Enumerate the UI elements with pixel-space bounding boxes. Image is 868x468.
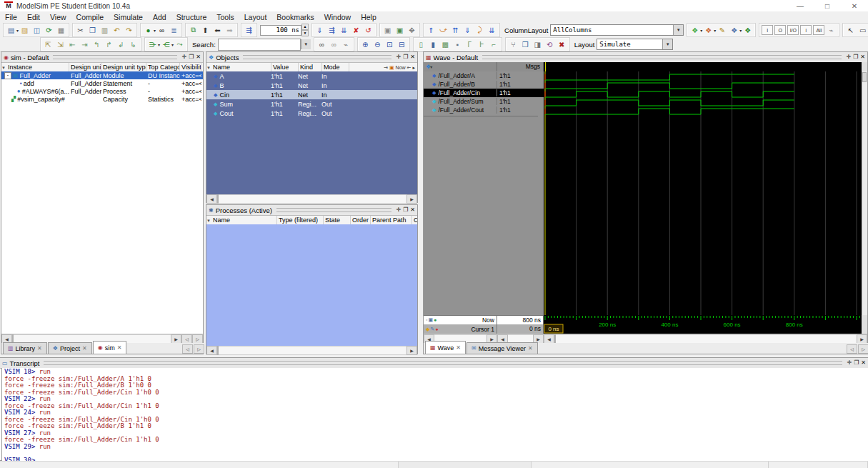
sim-tree-row[interactable]: ▞#vsim_capacity#CapacityStatistics+acc=<…	[1, 95, 203, 103]
next-edge-icon[interactable]: ⇥	[79, 39, 90, 50]
wave-panel-titlebar[interactable]: ▦ Wave - Default ✛❐✕	[424, 52, 867, 63]
zoom-full-icon[interactable]: ⊡	[384, 39, 395, 50]
processes-panel-titlebar[interactable]: ✱ Processes (Active) ✛❐✕	[206, 205, 417, 216]
tab-scroll-right-icon[interactable]: ▷	[194, 344, 204, 354]
wave-signal-row[interactable]: ◆/Full_Adder/Sum1'h1	[424, 97, 544, 106]
redo-icon[interactable]: ↷	[124, 25, 134, 36]
environment-up-icon[interactable]: ⬆	[200, 25, 211, 36]
objects-panel-titlebar[interactable]: ❖ Objects ✛❐✕	[206, 52, 417, 63]
wave-cut-icon[interactable]: ⑂	[508, 39, 519, 50]
close-panel-icon[interactable]: ✕	[860, 54, 865, 60]
menu-simulate[interactable]: Simulate	[109, 12, 148, 22]
wave-paste-icon[interactable]: ◨	[532, 39, 543, 50]
menu-add[interactable]: Add	[148, 12, 171, 22]
next-transition-icon[interactable]: ⇓	[462, 25, 473, 36]
wave-invert-icon[interactable]: ⟲	[544, 39, 555, 50]
prev-transition-icon[interactable]: ⇑	[426, 25, 437, 36]
high-edge-icon[interactable]: ↳	[128, 39, 139, 50]
apply-now-icon[interactable]: ⇥	[384, 65, 388, 71]
wave-view-icon[interactable]: ▣	[428, 317, 433, 323]
select-cursor-icon[interactable]: ↖	[845, 25, 856, 36]
tab-close-icon[interactable]: ✕	[456, 344, 461, 351]
close-panel-icon[interactable]: ✕	[861, 360, 866, 366]
tab-close-icon[interactable]: ✕	[528, 345, 533, 352]
undock-window-icon[interactable]: ❐	[403, 54, 408, 60]
insert-pulse-icon[interactable]: ⇱	[43, 39, 54, 50]
mode-block-icon[interactable]: ▮	[428, 39, 439, 50]
run-continue-icon[interactable]: ⇶	[326, 25, 337, 36]
new-file-icon[interactable]: ▤	[6, 25, 16, 36]
objects-hscrollbar[interactable]: ◀▶	[206, 194, 417, 203]
rotate-down-icon[interactable]: ⤸	[474, 25, 485, 36]
menu-edit[interactable]: Edit	[22, 12, 45, 22]
wave-options-icon[interactable]: ▫	[426, 317, 427, 323]
find-icon[interactable]: ∞	[156, 25, 167, 36]
paste-icon[interactable]: ▥	[99, 25, 110, 36]
run-length-spinner[interactable]: ▲▼	[301, 24, 309, 36]
add-wave-icon[interactable]: ❖	[689, 25, 700, 36]
rotate-up-icon[interactable]: ⤻	[438, 25, 449, 36]
delete-edge-icon[interactable]: ⇲	[55, 39, 66, 50]
undock-icon[interactable]: ▣	[394, 25, 405, 36]
tab-close-icon[interactable]: ✕	[82, 345, 87, 352]
mode-rise-icon[interactable]: Ͱ	[477, 39, 487, 50]
undock-window-icon[interactable]: ❐	[853, 54, 858, 60]
tab-close-icon[interactable]: ✕	[37, 345, 42, 352]
cut-icon[interactable]: ✂	[75, 25, 86, 36]
up-icon[interactable]: ⇈	[450, 25, 461, 36]
filter-out-button[interactable]: O	[774, 25, 786, 35]
dock-plus-icon[interactable]: ✛	[847, 360, 852, 366]
wave-copy-icon[interactable]: ❐	[520, 39, 531, 50]
add-wave-selected-icon[interactable]: ❖	[703, 25, 714, 36]
menu-file[interactable]: File	[0, 12, 22, 22]
mode-fall-icon[interactable]: ⌐	[489, 39, 499, 50]
minimize-button[interactable]: —	[787, 0, 814, 11]
run-length-input[interactable]	[260, 25, 301, 36]
transcript-titlebar[interactable]: ▭ Transcript ✛❐✕	[0, 358, 868, 369]
open-folder-icon[interactable]: ▨	[19, 25, 30, 36]
filter-wand-icon[interactable]: ⌁	[826, 25, 837, 36]
wave-hscrollbar[interactable]: ◀▶	[544, 334, 867, 344]
zoom-in-icon[interactable]: ⊕	[360, 39, 371, 50]
dock-plus-icon[interactable]: ✛	[181, 54, 186, 60]
menu-tools[interactable]: Tools	[211, 12, 239, 22]
menu-view[interactable]: View	[45, 12, 71, 22]
menu-help[interactable]: Help	[356, 12, 381, 22]
expand-net-icon[interactable]: ⋺	[147, 39, 158, 50]
dock-plus-icon[interactable]: ✛	[846, 54, 851, 60]
wave-group-header[interactable]: ❖ ▾	[424, 62, 497, 71]
filter-internal-button[interactable]: i	[800, 25, 812, 35]
object-row[interactable]: ◆Cin1'h1NetIn	[206, 90, 417, 99]
sim-panel-titlebar[interactable]: ◉ sim - Default ✛❐✕	[1, 52, 203, 63]
prev-time-icon[interactable]: ⇤	[407, 65, 411, 71]
tab-scroll-left-icon[interactable]: ◁	[847, 344, 857, 354]
rise-edge-icon[interactable]: ↱	[104, 39, 114, 50]
trace-net-icon[interactable]: ⤳	[174, 39, 185, 50]
columnlayout-combo-dropdown-icon[interactable]: ▼	[673, 25, 683, 35]
print-icon[interactable]: ▦	[56, 25, 66, 36]
find-next-icon[interactable]: ∞	[316, 39, 327, 50]
filter-in-button[interactable]: I	[762, 25, 773, 35]
close-panel-icon[interactable]: ✕	[410, 54, 415, 60]
tab-close-icon[interactable]: ✕	[117, 344, 122, 351]
prev-edge-icon[interactable]: ⇤	[67, 39, 78, 50]
pan-hand-icon[interactable]: ✥	[406, 25, 417, 36]
object-row[interactable]: ◆Cout1'h1Regi...Out	[206, 109, 417, 118]
zoom-range-icon[interactable]: ⊟	[396, 39, 407, 50]
menu-layout[interactable]: Layout	[239, 12, 272, 22]
more-columns-icon[interactable]: ▸	[412, 65, 415, 71]
sim-tree-row[interactable]: -▣Full_AdderFull_AdderModuleDU Instance+…	[1, 71, 203, 79]
maximize-button[interactable]: □	[814, 0, 841, 11]
layout-combo-dropdown-icon[interactable]: ▼	[662, 39, 672, 49]
edit-wave-icon[interactable]: ✎	[717, 25, 727, 36]
wave-vscrollbar[interactable]	[862, 71, 867, 315]
zoom-out-icon[interactable]: ⊖	[372, 39, 383, 50]
run-icon[interactable]: ⇓	[314, 25, 325, 36]
cursor-delete-icon[interactable]: ●	[435, 327, 438, 332]
add-list-icon[interactable]: ❖	[729, 25, 739, 36]
wave-delete-icon[interactable]: ✖	[557, 39, 567, 50]
cursor-lock-icon[interactable]: ◆	[426, 327, 429, 332]
down-icon[interactable]: ⇊	[487, 25, 497, 36]
mode-solid-icon[interactable]: ▪	[452, 39, 463, 50]
filter-all-button[interactable]: All	[813, 25, 824, 35]
